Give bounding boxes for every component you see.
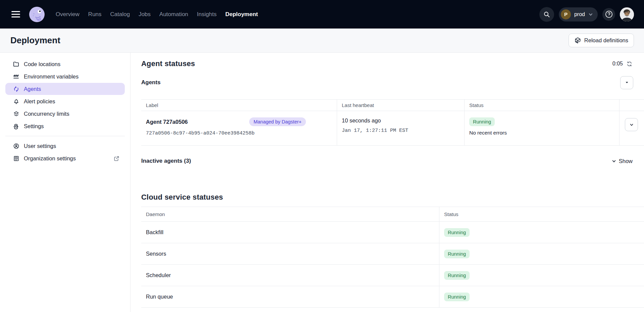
column-header-last-heartbeat: Last heartbeat (337, 100, 464, 111)
daemon-name: Backfill (141, 222, 439, 243)
nav-item-jobs[interactable]: Jobs (139, 11, 151, 18)
gear-icon (12, 123, 20, 129)
sidebar-item-concurrency-limits[interactable]: Concurrency limits (5, 108, 125, 120)
agent-row-actions-button[interactable] (625, 118, 638, 131)
sidebar-item-user-settings[interactable]: User settings (5, 140, 125, 152)
sidebar-item-alert-policies[interactable]: Alert policies (5, 95, 125, 107)
daemon-row: Backfill Running (141, 222, 644, 243)
sidebar-item-label: Organization settings (24, 155, 76, 162)
nav-item-overview[interactable]: Overview (56, 11, 79, 18)
daemon-status-badge: Running (444, 293, 470, 301)
agents-table: Label Last heartbeat Status Agent 727a05… (141, 99, 644, 146)
column-header-label: Label (141, 100, 337, 111)
reload-definitions-label: Reload definitions (584, 37, 628, 44)
primary-nav: Overview Runs Catalog Jobs Automation In… (56, 11, 258, 18)
managed-by-dagster-badge: Managed by Dagster+ (249, 117, 306, 126)
agent-id: 727a0506-8c97-4b95-a024-70ee3984258b (146, 131, 332, 136)
agent-row: Agent 727a0506 Managed by Dagster+ 727a0… (141, 111, 644, 146)
search-button[interactable] (539, 7, 554, 22)
help-button[interactable] (602, 8, 615, 21)
help-icon (605, 10, 613, 18)
sidebar-item-organization-settings[interactable]: Organization settings (5, 152, 125, 164)
caret-down-icon (625, 81, 629, 85)
nav-item-runs[interactable]: Runs (88, 11, 102, 18)
deployment-sidebar: Code locations Environment variables Age… (0, 53, 130, 312)
sidebar-item-label: Concurrency limits (24, 111, 69, 117)
page-title: Deployment (10, 35, 60, 46)
column-header-actions (619, 100, 644, 111)
daemon-row: Scheduler Running (141, 265, 644, 286)
daemon-status-badge: Running (444, 271, 470, 280)
external-link-icon (114, 156, 119, 161)
column-header-status: Status (439, 207, 644, 221)
chevron-down-icon (611, 159, 616, 164)
daemon-row: Sensors Running (141, 243, 644, 265)
sidebar-item-agents[interactable]: Agents (5, 83, 125, 95)
building-icon (12, 155, 20, 162)
heartbeat-relative: 10 seconds ago (342, 117, 460, 124)
deployment-initial-badge: P (561, 9, 571, 19)
env-vars-icon (12, 73, 20, 80)
bell-icon (12, 98, 20, 105)
sidebar-item-label: Agents (24, 86, 41, 92)
daemon-row: Run queue Running (141, 286, 644, 308)
refresh-countdown: 0:05 (612, 61, 623, 67)
agent-status-badge: Running (469, 117, 495, 126)
layers-icon (12, 111, 20, 117)
daemon-status-badge: Running (444, 250, 470, 258)
refresh-icon[interactable] (626, 61, 633, 67)
daemon-name: Scheduler (141, 265, 439, 286)
agent-statuses-title: Agent statuses (141, 59, 195, 68)
hamburger-menu-icon[interactable] (11, 11, 20, 17)
page-header: Deployment Reload definitions (0, 29, 644, 53)
agent-icon (12, 86, 20, 92)
chevron-down-icon (629, 122, 634, 127)
show-toggle-label: Show (619, 158, 633, 164)
sidebar-divider (5, 136, 125, 136)
deployment-name: prod (574, 11, 585, 17)
heartbeat-timestamp: Jan 17, 1:27:11 PM EST (342, 128, 460, 134)
sidebar-item-settings[interactable]: Settings (5, 120, 125, 132)
daemon-status-badge: Running (444, 228, 470, 237)
agents-section-heading: Agents (141, 79, 161, 86)
user-avatar[interactable] (620, 7, 634, 21)
main-content: Agent statuses 0:05 Agents (130, 53, 644, 312)
sidebar-item-label: Environment variables (24, 73, 78, 80)
folder-icon (12, 61, 20, 67)
agents-table-header: Label Last heartbeat Status (141, 99, 644, 111)
dagster-logo-icon[interactable] (29, 6, 45, 22)
nav-item-automation[interactable]: Automation (159, 11, 188, 18)
top-nav: Overview Runs Catalog Jobs Automation In… (0, 0, 644, 29)
inactive-agents-show-toggle[interactable]: Show (611, 158, 633, 164)
nav-item-deployment[interactable]: Deployment (225, 11, 258, 18)
agent-status-note: No recent errors (469, 130, 614, 136)
agent-name: Agent 727a0506 (146, 119, 188, 125)
daemon-name: Run queue (141, 286, 439, 307)
sidebar-item-label: Settings (24, 123, 44, 129)
deployment-switcher[interactable]: P prod (559, 7, 598, 21)
sidebar-item-label: User settings (24, 143, 56, 149)
nav-item-insights[interactable]: Insights (197, 11, 217, 18)
reload-definitions-button[interactable]: Reload definitions (569, 34, 634, 47)
column-header-daemon: Daemon (141, 207, 439, 221)
cloud-services-table-header: Daemon Status (141, 207, 644, 222)
daemon-name: Sensors (141, 243, 439, 264)
agents-options-dropdown-button[interactable] (620, 76, 633, 89)
nav-item-catalog[interactable]: Catalog (110, 11, 130, 18)
sidebar-item-code-locations[interactable]: Code locations (5, 58, 125, 70)
sidebar-item-label: Code locations (24, 61, 60, 67)
sidebar-item-label: Alert policies (24, 98, 55, 105)
column-header-status: Status (464, 100, 619, 111)
sidebar-item-environment-variables[interactable]: Environment variables (5, 70, 125, 83)
cloud-services-table: Daemon Status Backfill Running Sensors R… (141, 207, 644, 308)
cloud-service-statuses-title: Cloud service statuses (141, 193, 644, 202)
user-icon (12, 143, 20, 149)
inactive-agents-heading: Inactive agents (3) (141, 158, 191, 164)
code-location-reload-icon (574, 37, 581, 44)
search-icon (543, 11, 550, 18)
chevron-down-icon (588, 12, 593, 17)
